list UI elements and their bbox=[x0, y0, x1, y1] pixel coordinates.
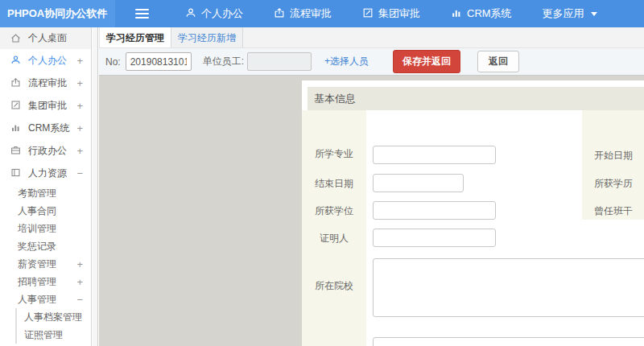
select-person-link[interactable]: +选择人员 bbox=[324, 55, 369, 68]
field-label-start-date: 开始日期 bbox=[582, 149, 644, 163]
expand-plus-icon[interactable]: + bbox=[76, 100, 83, 112]
briefcase-icon bbox=[10, 145, 22, 156]
field-label-degree-obtained: 所获学历 bbox=[582, 177, 644, 191]
form-toolbar: No: 单位员工: +选择人员 保存并返回 返回 bbox=[99, 48, 644, 76]
sidebar-item-label: 人力资源 bbox=[28, 167, 67, 180]
field-label-school: 所在院校 bbox=[302, 279, 366, 293]
app-logo: PHPOA协同办公软件 bbox=[0, 0, 115, 27]
nav-label: 更多应用 bbox=[543, 6, 584, 21]
user-icon bbox=[185, 7, 196, 21]
no-input[interactable] bbox=[126, 52, 192, 71]
expand-plus-icon[interactable]: + bbox=[76, 276, 83, 288]
sidebar-subitem-personnel-management[interactable]: 人事管理 − bbox=[0, 290, 91, 308]
field-label-class-cadre: 曾任班干 bbox=[582, 204, 644, 218]
sidebar-subitem-rewards-punishments[interactable]: 奖惩记录 bbox=[0, 237, 91, 255]
collapse-minus-icon[interactable]: − bbox=[76, 167, 83, 179]
reference-person-input[interactable] bbox=[373, 229, 496, 247]
sidebar-subitem-hr-contract[interactable]: 人事合同 bbox=[0, 202, 91, 220]
field-label-reference-person: 证明人 bbox=[302, 232, 366, 245]
form-body: 所学专业 开始日期 结束日期 所获学历 所获学位 曾任班干 证明人 所在院校 院… bbox=[302, 110, 644, 346]
sidebar-item-label: 证照管理 bbox=[24, 328, 63, 342]
sidebar-item-label: CRM系统 bbox=[28, 122, 69, 135]
tab-label: 学习经历新增 bbox=[178, 32, 236, 43]
sidebar-item-group-approval[interactable]: 集团审批 + bbox=[0, 94, 91, 117]
upload-icon bbox=[10, 77, 22, 89]
sidebar-item-personal-desktop[interactable]: 个人桌面 bbox=[0, 27, 91, 49]
sidebar-subitem-training[interactable]: 培训管理 bbox=[0, 220, 91, 237]
sidebar-item-admin-office[interactable]: 行政办公 + bbox=[0, 139, 91, 162]
sidebar-subitem-label: 培训管理 bbox=[18, 222, 56, 236]
sidebar-item-certificates[interactable]: 证照管理 bbox=[17, 326, 91, 344]
sidebar-item-workflow-approval[interactable]: 流程审批 + bbox=[0, 72, 91, 94]
academic-degree-input[interactable] bbox=[373, 201, 496, 220]
expand-plus-icon[interactable]: + bbox=[76, 258, 83, 270]
expand-plus-icon[interactable]: + bbox=[76, 77, 83, 89]
sidebar-scrollbar[interactable] bbox=[93, 27, 98, 346]
sidebar-subitem-label: 考勤管理 bbox=[18, 187, 56, 200]
book-icon bbox=[10, 167, 22, 179]
employee-label: 单位员工: bbox=[203, 55, 244, 68]
major-input[interactable] bbox=[373, 146, 496, 164]
sidebar-subitem-label: 人事合同 bbox=[18, 204, 56, 218]
sidebar-item-label: 人事档案管理 bbox=[24, 311, 82, 324]
expand-plus-icon[interactable]: + bbox=[76, 55, 83, 67]
sidebar-level3-group: 人事档案管理 证照管理 bbox=[15, 308, 91, 344]
collapse-minus-icon[interactable]: − bbox=[76, 294, 83, 306]
user-icon bbox=[10, 55, 22, 66]
sidebar-item-label: 个人办公 bbox=[28, 54, 67, 68]
sidebar-item-crm-system[interactable]: CRM系统 + bbox=[0, 117, 91, 139]
tab-study-experience-management[interactable]: 学习经历管理 bbox=[99, 27, 171, 47]
section-title: 基本信息 bbox=[308, 87, 644, 110]
tab-bar: 学习经历管理 学习经历新增 bbox=[99, 27, 644, 48]
nav-label: CRM系统 bbox=[467, 6, 512, 21]
top-nav: 个人办公 流程审批 集团审批 CRM系统 更多应用 bbox=[170, 0, 613, 27]
chart-icon bbox=[10, 122, 22, 134]
tab-label: 学习经历管理 bbox=[106, 32, 164, 43]
top-header-bar: PHPOA协同办公软件 个人办公 流程审批 集团审批 CRM系统 更多应用 bbox=[0, 0, 644, 27]
nav-label: 流程审批 bbox=[290, 6, 332, 21]
sidebar-item-personnel-files[interactable]: 人事档案管理 bbox=[17, 308, 91, 326]
field-label-end-date: 结束日期 bbox=[302, 177, 366, 191]
sidebar-subitem-label: 人事管理 bbox=[18, 293, 56, 307]
sidebar-subitem-label: 薪资管理 bbox=[18, 257, 56, 271]
sidebar-subitem-label: 招聘管理 bbox=[18, 275, 56, 289]
nav-group-approval[interactable]: 集团审批 bbox=[347, 0, 436, 27]
school-location-textarea[interactable] bbox=[373, 337, 644, 346]
nav-more-apps[interactable]: 更多应用 bbox=[527, 0, 613, 27]
chart-icon bbox=[451, 7, 462, 21]
field-label-academic-degree: 所获学位 bbox=[302, 204, 366, 218]
caret-down-icon bbox=[591, 12, 597, 16]
home-icon bbox=[10, 33, 22, 44]
sidebar-item-label: 集团审批 bbox=[28, 99, 67, 113]
nav-label: 集团审批 bbox=[378, 6, 420, 21]
sidebar-item-personal-office[interactable]: 个人办公 + bbox=[0, 49, 91, 72]
expand-plus-icon[interactable]: + bbox=[76, 122, 83, 134]
sidebar-item-human-resources[interactable]: 人力资源 − bbox=[0, 162, 91, 184]
content-area: 基本信息 所学专业 开始日期 结束日期 所获学历 所获学位 曾任班干 证明人 所 bbox=[99, 76, 644, 346]
school-textarea[interactable] bbox=[373, 258, 644, 317]
nav-personal-office[interactable]: 个人办公 bbox=[170, 0, 258, 27]
back-button[interactable]: 返回 bbox=[477, 51, 519, 72]
end-date-input[interactable] bbox=[373, 174, 464, 192]
nav-label: 个人办公 bbox=[201, 6, 243, 21]
field-label-major: 所学专业 bbox=[302, 147, 366, 161]
edit-icon bbox=[10, 100, 22, 111]
left-label-column bbox=[302, 110, 366, 346]
menu-icon[interactable] bbox=[135, 9, 149, 19]
employee-input[interactable] bbox=[247, 52, 312, 71]
nav-crm-system[interactable]: CRM系统 bbox=[436, 0, 527, 27]
tab-study-experience-new[interactable]: 学习经历新增 bbox=[171, 27, 243, 47]
right-label-column bbox=[582, 110, 644, 220]
sidebar-item-label: 行政办公 bbox=[28, 144, 67, 158]
sidebar-item-label: 个人桌面 bbox=[28, 31, 67, 45]
sidebar-subitem-attendance[interactable]: 考勤管理 bbox=[0, 184, 91, 202]
nav-workflow-approval[interactable]: 流程审批 bbox=[258, 0, 347, 27]
edit-icon bbox=[362, 7, 374, 21]
upload-icon bbox=[274, 7, 285, 21]
no-label: No: bbox=[105, 56, 121, 68]
sidebar-subitem-recruitment[interactable]: 招聘管理 + bbox=[0, 273, 91, 290]
save-and-return-button[interactable]: 保存并返回 bbox=[393, 50, 460, 73]
sidebar-subitem-label: 奖惩记录 bbox=[18, 240, 56, 253]
expand-plus-icon[interactable]: + bbox=[76, 145, 83, 157]
sidebar-subitem-salary[interactable]: 薪资管理 + bbox=[0, 255, 91, 273]
